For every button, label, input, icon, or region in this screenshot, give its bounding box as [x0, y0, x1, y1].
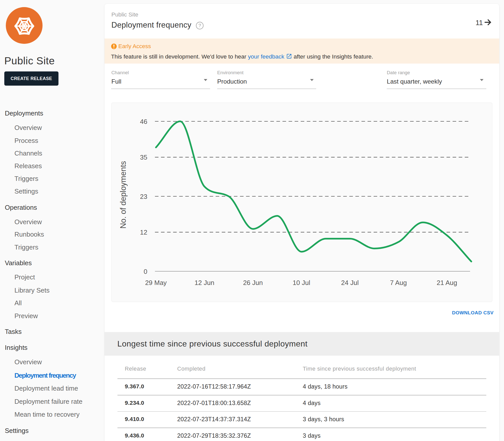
svg-text:12: 12	[140, 228, 147, 236]
svg-text:46: 46	[140, 118, 147, 125]
svg-text:No. of deployments: No. of deployments	[119, 161, 128, 228]
svg-text:26 Jun: 26 Jun	[243, 279, 263, 286]
svg-text:23: 23	[140, 193, 147, 200]
svg-text:12 Jun: 12 Jun	[195, 279, 214, 286]
svg-text:24 Jul: 24 Jul	[341, 279, 359, 286]
svg-text:0: 0	[144, 268, 147, 275]
svg-text:35: 35	[140, 154, 147, 161]
svg-text:7 Aug: 7 Aug	[390, 279, 407, 286]
svg-text:29 May: 29 May	[145, 279, 167, 286]
svg-text:21 Aug: 21 Aug	[437, 279, 457, 286]
svg-text:10 Jul: 10 Jul	[293, 279, 310, 286]
